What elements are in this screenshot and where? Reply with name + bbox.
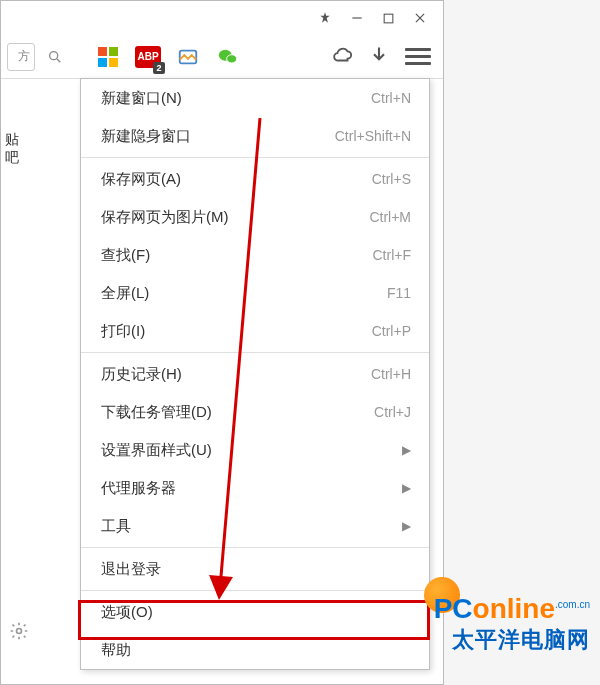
menu-item-shortcut: Ctrl+H [371,366,411,382]
svg-line-5 [57,59,60,62]
minimize-button[interactable] [350,11,364,25]
watermark-line2: 太平洋电脑网 [452,625,590,655]
menu-item-label: 下载任务管理(D) [101,403,374,422]
menu-item-find[interactable]: 查找(F)Ctrl+F [81,236,429,274]
menu-item-label: 全屏(L) [101,284,387,303]
menu-item-label: 设置界面样式(U) [101,441,402,460]
wechat-icon[interactable] [215,44,241,70]
menu-separator [81,547,429,548]
watermark-line1: PConline.com.cn [434,593,590,625]
menu-item-label: 新建窗口(N) [101,89,371,108]
menu-item-save-page[interactable]: 保存网页(A)Ctrl+S [81,160,429,198]
menu-item-shortcut: Ctrl+Shift+N [335,128,411,144]
abp-label: ABP [137,51,158,62]
menu-item-new-window[interactable]: 新建窗口(N)Ctrl+N [81,79,429,117]
svg-point-8 [227,54,237,62]
menu-item-label: 帮助 [101,641,411,660]
main-menu-dropdown: 新建窗口(N)Ctrl+N新建隐身窗口Ctrl+Shift+N保存网页(A)Ct… [80,78,430,670]
cloud-icon[interactable] [331,44,353,69]
menu-item-shortcut: Ctrl+S [372,171,411,187]
download-icon[interactable] [369,45,389,68]
menu-item-label: 保存网页为图片(M) [101,208,369,227]
menu-item-label: 保存网页(A) [101,170,372,189]
search-icon[interactable] [43,45,67,69]
menu-separator [81,590,429,591]
menu-item-downloads[interactable]: 下载任务管理(D)Ctrl+J [81,393,429,431]
menu-item-history[interactable]: 历史记录(H)Ctrl+H [81,355,429,393]
menu-item-tools[interactable]: 工具▶ [81,507,429,545]
menu-item-shortcut: Ctrl+M [369,209,411,225]
address-bar-fragment[interactable]: 方 [7,43,35,71]
menu-item-label: 历史记录(H) [101,365,371,384]
adblock-plus-icon[interactable]: ABP2 [135,44,161,70]
svg-point-4 [50,51,58,59]
left-panel-text: 贴吧 [1,131,27,167]
menu-item-ui-style[interactable]: 设置界面样式(U)▶ [81,431,429,469]
menu-item-shortcut: F11 [387,285,411,301]
menu-item-proxy[interactable]: 代理服务器▶ [81,469,429,507]
svg-rect-1 [384,14,393,23]
microsoft-icon[interactable] [95,44,121,70]
chevron-right-icon: ▶ [402,519,411,533]
gear-icon[interactable] [9,621,29,644]
menu-item-label: 打印(I) [101,322,372,341]
menu-separator [81,157,429,158]
pin-icon[interactable] [318,11,332,25]
screenshot-icon[interactable] [175,44,201,70]
maximize-button[interactable] [382,12,395,25]
menu-item-help[interactable]: 帮助 [81,631,429,669]
menu-item-label: 退出登录 [101,560,411,579]
menu-item-shortcut: Ctrl+J [374,404,411,420]
menu-separator [81,352,429,353]
close-button[interactable] [413,11,427,25]
extension-icons: ABP2 [95,44,241,70]
menu-item-label: 代理服务器 [101,479,402,498]
chevron-right-icon: ▶ [402,481,411,495]
svg-point-10 [17,629,22,634]
toolbar-right [331,44,443,70]
menu-item-shortcut: Ctrl+P [372,323,411,339]
menu-item-shortcut: Ctrl+F [373,247,412,263]
main-menu-button[interactable] [405,44,431,70]
menu-item-save-page-as-image[interactable]: 保存网页为图片(M)Ctrl+M [81,198,429,236]
menu-item-shortcut: Ctrl+N [371,90,411,106]
menu-item-label: 选项(O) [101,603,411,622]
abp-badge: 2 [153,62,165,74]
menu-item-print[interactable]: 打印(I)Ctrl+P [81,312,429,350]
menu-item-label: 新建隐身窗口 [101,127,335,146]
chevron-right-icon: ▶ [402,443,411,457]
toolbar: 方 ABP2 [1,35,443,79]
menu-item-logout[interactable]: 退出登录 [81,550,429,588]
menu-item-label: 工具 [101,517,402,536]
menu-item-label: 查找(F) [101,246,373,265]
menu-item-options[interactable]: 选项(O) [81,593,429,631]
menu-item-fullscreen[interactable]: 全屏(L)F11 [81,274,429,312]
menu-item-new-incognito-window[interactable]: 新建隐身窗口Ctrl+Shift+N [81,117,429,155]
titlebar [1,1,443,35]
